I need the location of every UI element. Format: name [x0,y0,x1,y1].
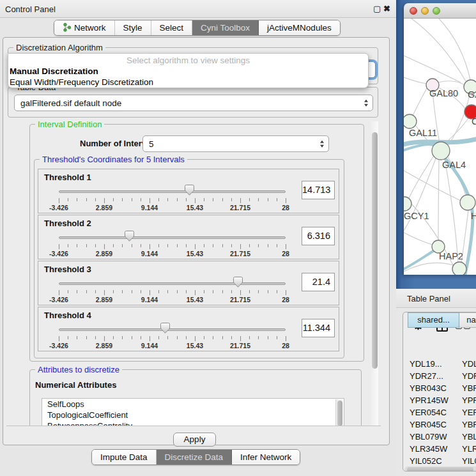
network-edge[interactable] [413,88,427,116]
attribute-list-item[interactable]: SelfLoops [42,399,344,410]
top-tab-jactivemnodules[interactable]: jActiveMNodules [259,20,340,35]
network-node[interactable] [460,195,475,210]
network-node[interactable] [452,262,466,275]
close-icon[interactable]: ✖ [383,4,390,13]
slider-thumb-icon[interactable] [125,231,134,242]
tick-mark [122,244,123,247]
tick-mark [213,198,213,201]
threshold-value-field[interactable]: 6.316 [302,227,335,245]
threshold-label: Threshold 1 [44,173,91,182]
numerical-attributes-list[interactable]: SelfLoopsTopologicalCoefficientBetweenne… [42,398,344,426]
cell-shared-name: YER054C [410,408,447,417]
close-traffic-light-icon[interactable] [410,7,417,15]
table-row[interactable]: YBR043CYBR043C [403,383,476,395]
threshold-value-field[interactable]: 11.344 [302,319,335,337]
table-row[interactable]: YDR27...YDR27... [403,371,476,383]
network-edge[interactable] [404,77,427,84]
network-edge[interactable] [404,233,433,245]
tick-label: 2.859 [96,204,112,211]
minimize-traffic-light-icon[interactable] [421,7,429,15]
cell-shared-name: YLR345W [410,444,447,454]
tick-mark [186,290,187,293]
algorithm-dropdown-options: Manual DiscretizationEqual Width/Frequen… [8,66,368,88]
table-row[interactable]: YBL079WYBL079W [403,432,476,444]
table-row[interactable]: YIL052CYIL052C [403,456,476,465]
attribute-list-item[interactable]: TopologicalCoefficient [42,410,344,420]
network-node[interactable] [432,142,450,160]
tick-mark [150,198,150,203]
attributes-group: Attributes to discretize Numerical Attri… [29,369,362,426]
slider-track[interactable] [59,328,286,331]
tick-mark [59,336,59,341]
algorithm-option[interactable]: Manual Discretization [8,66,368,77]
network-edge[interactable] [404,171,461,201]
table-data-select[interactable]: galFiltered.sif default node [14,95,373,111]
network-node[interactable] [404,114,417,128]
top-tab-select[interactable]: Select [151,20,193,35]
tick-mark [158,336,159,339]
tick-mark [77,244,77,247]
slider-track[interactable] [59,190,286,193]
tick-label: 28 [282,204,289,211]
interval-definition-group-title: Interval Definition [35,120,104,129]
tick-mark [231,336,232,339]
tick-mark [141,198,141,201]
slider-track[interactable] [59,236,286,239]
algorithm-option[interactable]: Equal Width/Frequency Discretization [8,77,368,88]
attribute-list-item[interactable]: BetweennessCentrality [42,420,344,426]
network-node-label: GAL4 [442,160,466,170]
top-tab-network[interactable]: Network [54,20,115,35]
network-edge-thick[interactable] [404,251,433,269]
scrollbar-thumb[interactable] [407,467,473,472]
float-window-icon[interactable]: ▢ [373,4,381,13]
tick-mark [86,336,87,339]
scrollbar-thumb[interactable] [372,132,378,369]
top-tab-style[interactable]: Style [115,20,151,35]
network-node[interactable] [404,197,411,211]
zoom-traffic-light-icon[interactable] [433,7,440,15]
tick-mark [249,198,250,201]
bottom-tab-impute-data[interactable]: Impute Data [92,450,157,464]
tick-label: 28 [282,296,289,303]
column-header-shared-name[interactable]: shared... [408,312,459,328]
apply-button[interactable]: Apply [173,433,216,447]
bottom-tab-discretize-data[interactable]: Discretize Data [157,450,233,464]
tick-mark [158,290,159,293]
threshold-label: Threshold 4 [44,311,91,320]
network-canvas[interactable]: GAL80GAGAL11CGAL4GCY1HHAP2 [404,19,476,275]
slider-thumb-icon[interactable] [233,277,243,288]
bottom-tab-infer-network[interactable]: Infer Network [232,450,300,464]
attributes-list-scrollbar[interactable] [335,399,343,426]
table-horizontal-scrollbar[interactable] [404,466,476,472]
number-of-intervals-select[interactable]: 5 [142,135,329,152]
table-row[interactable]: YDL19...YDL19... [403,359,476,371]
tick-mark [141,336,141,339]
column-header-name[interactable]: name [459,312,476,328]
threshold-value-field[interactable]: 21.4 [302,273,335,291]
network-edge[interactable] [438,81,464,85]
tab-label: Cyni Toolbox [201,23,250,33]
threshold-value-field[interactable]: 14.713 [302,181,335,199]
network-node-label: H [471,211,476,221]
cell-name: YBR043C [462,383,476,393]
table-row[interactable]: YPR145WYPR145W [403,395,476,408]
settings-scrollbar[interactable] [371,121,378,426]
table-row[interactable]: YLR345WYLR345W [403,444,476,456]
network-edge[interactable] [438,160,439,240]
scrollbar-thumb[interactable] [337,401,342,426]
tab-label: Impute Data [100,452,148,462]
tick-mark [204,244,204,247]
slider-track[interactable] [59,282,286,285]
table-row[interactable]: YBR045CYBR045C [403,420,476,432]
slider-thumb-icon[interactable] [185,185,194,196]
tick-mark [231,198,232,201]
network-edge[interactable] [409,156,434,198]
tick-mark [141,290,141,293]
attributes-group-title: Attributes to discretize [35,365,122,374]
tick-mark [195,198,196,203]
desktop-background: GAL80GAGAL11CGAL4GCY1HHAP2 [396,0,476,289]
top-tab-cyni-toolbox[interactable]: Cyni Toolbox [192,20,259,35]
network-node-label: GAL80 [429,88,458,98]
slider-thumb-icon[interactable] [160,323,170,334]
table-row[interactable]: YER054CYER054C [403,408,476,420]
